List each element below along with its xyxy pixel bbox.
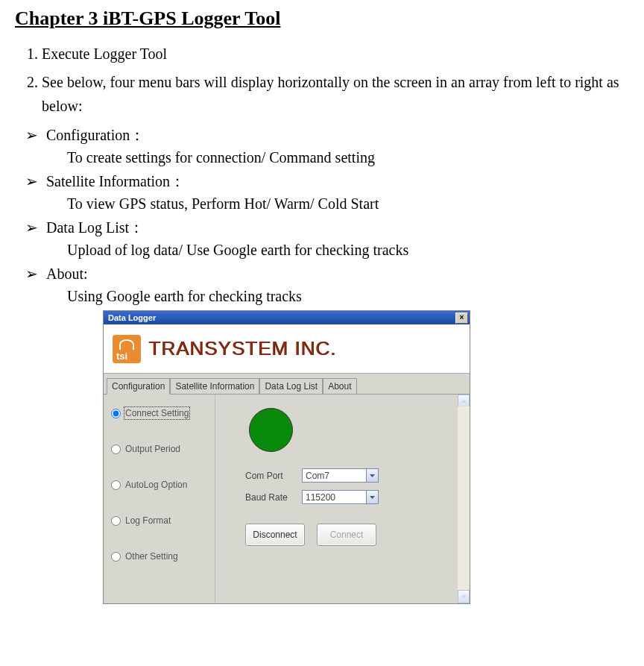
- bullet-about-title: About:: [46, 266, 88, 282]
- chevron-down-icon: [366, 491, 378, 503]
- radio-autolog-option-label: AutoLog Option: [125, 480, 187, 490]
- sidebar: Connect Setting Output Period AutoLog Op…: [104, 395, 215, 603]
- radio-autolog-option-input[interactable]: [111, 480, 121, 490]
- radio-connect-setting-label: Connect Setting: [125, 408, 189, 418]
- radio-output-period-input[interactable]: [111, 444, 121, 454]
- radio-log-format-label: Log Format: [125, 515, 171, 526]
- close-button[interactable]: ×: [455, 312, 468, 324]
- status-indicator-icon: [249, 408, 293, 452]
- main-panel: Com Port Com7 Baud Rate 115200: [215, 395, 470, 603]
- tab-satellite-information[interactable]: Satellite Information: [170, 378, 259, 394]
- radio-log-format[interactable]: Log Format: [111, 515, 210, 526]
- radio-other-setting[interactable]: Other Setting: [111, 551, 210, 562]
- radio-other-setting-input[interactable]: [111, 552, 121, 562]
- radio-other-setting-label: Other Setting: [125, 551, 178, 562]
- vertical-scrollbar[interactable]: [458, 395, 470, 603]
- bullet-satellite-desc: To view GPS status, Perform Hot/ Warm/ C…: [46, 192, 629, 215]
- titlebar[interactable]: Data Logger ×: [104, 311, 470, 324]
- feature-bullets: Configuration： To create settings for co…: [15, 124, 629, 307]
- radio-output-period[interactable]: Output Period: [111, 444, 210, 454]
- radio-output-period-label: Output Period: [125, 444, 180, 454]
- tab-about[interactable]: About: [323, 378, 356, 394]
- logo-banner: TRANSYSTEM INC.: [104, 324, 470, 374]
- baud-rate-select[interactable]: 115200: [302, 490, 379, 504]
- tab-configuration[interactable]: Configuration: [107, 378, 170, 395]
- logo-icon: [113, 335, 141, 363]
- com-port-select[interactable]: Com7: [302, 468, 379, 483]
- window-title: Data Logger: [108, 313, 156, 322]
- tab-bar: Configuration Satellite Information Data…: [104, 374, 470, 395]
- bullet-about-desc: Using Google earth for checking tracks: [46, 285, 629, 307]
- baud-rate-row: Baud Rate 115200: [245, 490, 455, 504]
- com-port-row: Com Port Com7: [245, 468, 455, 483]
- chapter-heading: Chapter 3 iBT-GPS Logger Tool: [15, 7, 629, 30]
- com-port-label: Com Port: [245, 471, 302, 481]
- button-row: Disconnect Connect: [245, 524, 455, 546]
- bullet-datalog-desc: Upload of log data/ Use Google earth for…: [46, 239, 629, 261]
- chevron-down-icon: [366, 469, 378, 482]
- step-1: Execute Logger Tool: [42, 42, 629, 66]
- radio-connect-setting[interactable]: Connect Setting: [111, 408, 210, 418]
- radio-autolog-option[interactable]: AutoLog Option: [111, 480, 210, 490]
- tab-data-log-list[interactable]: Data Log List: [259, 378, 323, 394]
- app-window: Data Logger × TRANSYSTEM INC. Configurat…: [103, 310, 470, 604]
- bullet-config-title: Configuration：: [46, 127, 145, 143]
- step-2: See below, four menu bars will display h…: [42, 70, 629, 118]
- content-area: Connect Setting Output Period AutoLog Op…: [104, 395, 470, 603]
- baud-rate-value: 115200: [306, 492, 335, 503]
- radio-connect-setting-input[interactable]: [111, 409, 121, 418]
- scrollbar-track[interactable]: [458, 406, 470, 591]
- connect-button: Connect: [317, 524, 376, 546]
- baud-rate-label: Baud Rate: [245, 492, 302, 503]
- bullet-satellite-title: Satellite Information：: [46, 173, 185, 189]
- scroll-down-button[interactable]: [458, 590, 470, 603]
- disconnect-button[interactable]: Disconnect: [245, 524, 305, 546]
- bullet-datalog-title: Data Log List：: [46, 219, 144, 236]
- logo-text: TRANSYSTEM INC.: [148, 337, 336, 360]
- radio-log-format-input[interactable]: [111, 516, 121, 526]
- com-port-value: Com7: [306, 471, 329, 481]
- bullet-config-desc: To create settings for connection/ Comma…: [46, 146, 629, 169]
- numbered-steps: Execute Logger Tool See below, four menu…: [15, 42, 629, 118]
